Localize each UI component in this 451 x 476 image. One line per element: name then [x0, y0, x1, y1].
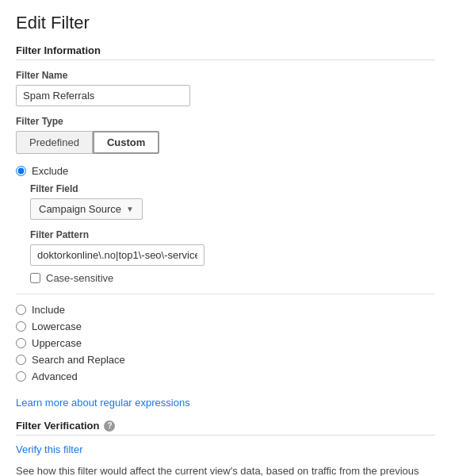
- radio-exclude[interactable]: [16, 166, 26, 176]
- case-sensitive-checkbox[interactable]: [30, 273, 40, 283]
- radio-advanced[interactable]: [16, 371, 26, 382]
- radio-advanced-label[interactable]: Advanced: [32, 370, 78, 382]
- filter-field-value: Campaign Source: [39, 203, 121, 215]
- tab-predefined[interactable]: Predefined: [16, 131, 93, 154]
- filter-verification-heading: Filter Verification ?: [16, 420, 435, 436]
- exclude-options: Filter Field Campaign Source ▼ Filter Pa…: [30, 183, 435, 284]
- radio-lowercase-label[interactable]: Lowercase: [32, 321, 82, 332]
- verify-row: Verify this filter See how this filter w…: [16, 443, 435, 476]
- filter-field-dropdown[interactable]: Campaign Source ▼: [30, 198, 143, 220]
- radio-exclude-label[interactable]: Exclude: [32, 165, 68, 177]
- filter-type-field: Filter Type Predefined Custom: [16, 116, 435, 154]
- radio-uppercase[interactable]: [16, 338, 26, 348]
- radio-uppercase-label[interactable]: Uppercase: [32, 337, 82, 349]
- filter-field-label: Filter Field: [30, 183, 435, 194]
- radio-search-replace-row: Search and Replace: [16, 354, 435, 366]
- case-sensitive-label[interactable]: Case-sensitive: [46, 272, 113, 284]
- radio-exclude-row: Exclude: [16, 165, 435, 177]
- verify-filter-link[interactable]: Verify this filter: [16, 443, 83, 455]
- radio-include[interactable]: [16, 305, 26, 315]
- filter-type-label: Filter Type: [16, 116, 435, 127]
- filter-type-tabs: Predefined Custom: [16, 131, 435, 154]
- filter-name-input[interactable]: Spam Referrals: [16, 85, 190, 106]
- filter-pattern-group: Filter Pattern doktorkonline\.no|top1\-s…: [30, 229, 435, 266]
- tab-custom[interactable]: Custom: [93, 131, 159, 154]
- radio-include-row: Include: [16, 304, 435, 316]
- case-sensitive-row: Case-sensitive: [30, 272, 435, 284]
- filter-information-heading: Filter Information: [16, 44, 435, 60]
- radio-uppercase-row: Uppercase: [16, 337, 435, 349]
- verify-description: See how this filter would affect the cur…: [16, 463, 435, 476]
- filter-verification-label: Filter Verification: [16, 420, 99, 432]
- filter-name-field: Filter Name Spam Referrals: [16, 70, 435, 106]
- learn-more-link[interactable]: Learn more about regular expressions: [16, 397, 190, 409]
- filter-pattern-input[interactable]: doktorkonline\.no|top1\-seo\-service\.co…: [30, 244, 204, 266]
- filter-pattern-label: Filter Pattern: [30, 229, 435, 240]
- filter-information-section: Filter Information Filter Name Spam Refe…: [16, 44, 435, 382]
- radio-lowercase[interactable]: [16, 321, 26, 332]
- divider-1: [16, 294, 435, 294]
- page-title: Edit Filter: [16, 13, 435, 33]
- filter-field-group: Filter Field Campaign Source ▼: [30, 183, 435, 220]
- filter-name-label: Filter Name: [16, 70, 435, 81]
- radio-include-label[interactable]: Include: [32, 304, 65, 316]
- dropdown-arrow-icon: ▼: [126, 205, 134, 213]
- radio-advanced-row: Advanced: [16, 370, 435, 382]
- radio-search-replace[interactable]: [16, 355, 26, 365]
- filter-verification-section: Filter Verification ? Verify this filter…: [16, 420, 435, 476]
- radio-search-replace-label[interactable]: Search and Replace: [32, 354, 125, 366]
- help-icon[interactable]: ?: [104, 420, 115, 432]
- radio-lowercase-row: Lowercase: [16, 321, 435, 332]
